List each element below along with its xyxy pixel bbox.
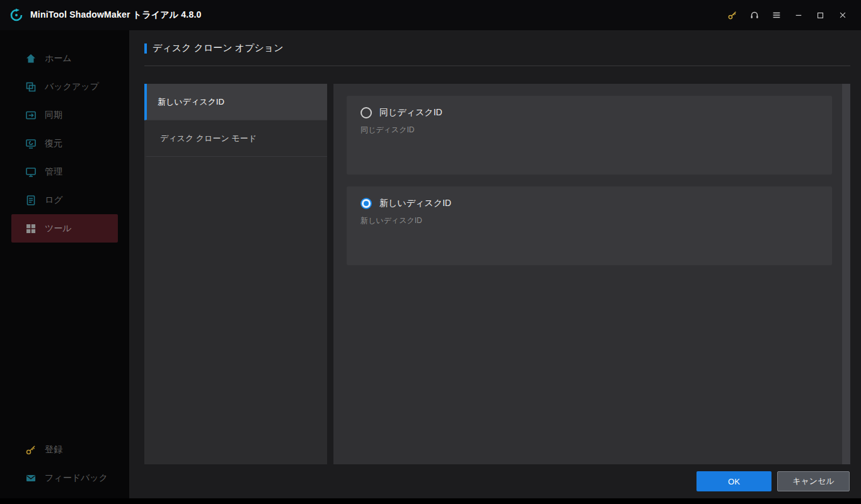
app-logo-icon (9, 8, 24, 23)
dialog-panels: 新しいディスクID ディスク クローン モード 同じディスクID 同じディスクI… (144, 84, 850, 464)
ok-button[interactable]: OK (696, 471, 771, 491)
tab-new-disk-id[interactable]: 新しいディスクID (144, 84, 327, 120)
option-title: 新しいディスクID (379, 198, 451, 209)
close-button[interactable] (831, 5, 853, 25)
page-header: ディスク クローン オプション (129, 30, 861, 66)
option-subtitle: 同じディスクID (361, 125, 818, 135)
app-window: MiniTool ShadowMaker トライアル 4.8.0 (0, 0, 861, 504)
title-accent-bar (144, 43, 147, 54)
page-title: ディスク クローン オプション (153, 42, 284, 54)
sidebar-item-backup[interactable]: バックアップ (0, 72, 129, 101)
tab-disk-clone-mode[interactable]: ディスク クローン モード (144, 120, 327, 157)
sidebar-item-home[interactable]: ホーム (0, 44, 129, 72)
radio-same-disk-id[interactable] (361, 107, 372, 118)
cancel-button[interactable]: キャンセル (777, 471, 850, 491)
sidebar-item-register[interactable]: 登録 (0, 435, 129, 464)
option-content: 同じディスクID 同じディスクID 新しいディスクID 新しいディスクID (333, 84, 850, 464)
sidebar-item-label: ホーム (45, 53, 72, 64)
titlebar: MiniTool ShadowMaker トライアル 4.8.0 (0, 0, 861, 30)
sidebar-item-label: バックアップ (45, 81, 99, 93)
content-scrollbar[interactable] (842, 84, 850, 464)
sidebar-item-label: ログ (45, 195, 63, 206)
window-body: ホーム バックアップ 同期 (0, 30, 861, 498)
support-icon[interactable] (743, 5, 765, 25)
sidebar-item-restore[interactable]: 復元 (0, 129, 129, 158)
tab-label: 新しいディスクID (158, 96, 224, 108)
sidebar-footer: 登録 フィードバック (0, 435, 129, 498)
sidebar-item-label: フィードバック (45, 472, 108, 484)
tools-icon (25, 223, 37, 234)
titlebar-actions (721, 5, 853, 25)
log-icon (25, 195, 37, 206)
sidebar-item-log[interactable]: ログ (0, 186, 129, 214)
sidebar-item-label: 登録 (45, 444, 62, 455)
option-row: 新しいディスクID (361, 198, 818, 209)
option-row: 同じディスクID (361, 107, 818, 118)
home-icon (25, 53, 37, 64)
sidebar-item-label: 復元 (45, 138, 62, 149)
sidebar-item-label: ツール (45, 223, 72, 234)
sidebar-item-label: 管理 (45, 166, 62, 178)
radio-new-disk-id[interactable] (361, 198, 372, 209)
sidebar-item-label: 同期 (45, 110, 62, 121)
restore-icon (25, 138, 37, 149)
app-title: MiniTool ShadowMaker トライアル 4.8.0 (30, 9, 201, 21)
backup-icon (25, 81, 37, 93)
manage-icon (25, 166, 37, 178)
register-key-icon[interactable] (721, 5, 743, 25)
menu-icon[interactable] (765, 5, 787, 25)
sidebar-item-tools[interactable]: ツール (11, 214, 118, 243)
feedback-icon (25, 472, 37, 484)
option-card-same-disk-id[interactable]: 同じディスクID 同じディスクID (347, 96, 832, 175)
option-subtitle: 新しいディスクID (361, 215, 818, 226)
maximize-button[interactable] (809, 5, 831, 25)
sidebar: ホーム バックアップ 同期 (0, 30, 129, 498)
option-tab-list: 新しいディスクID ディスク クローン モード (144, 84, 327, 464)
option-title: 同じディスクID (379, 107, 442, 118)
sidebar-item-sync[interactable]: 同期 (0, 101, 129, 129)
dialog-footer: OK キャンセル (129, 464, 861, 498)
tab-label: ディスク クローン モード (160, 133, 257, 144)
sidebar-item-manage[interactable]: 管理 (0, 158, 129, 186)
sync-icon (25, 110, 37, 121)
main-area: ディスク クローン オプション 新しいディスクID ディスク クローン モード (129, 30, 861, 498)
sidebar-item-feedback[interactable]: フィードバック (0, 464, 129, 492)
minimize-button[interactable] (787, 5, 809, 25)
option-card-new-disk-id[interactable]: 新しいディスクID 新しいディスクID (347, 186, 832, 265)
sidebar-spacer (0, 243, 129, 435)
key-icon (25, 444, 37, 455)
